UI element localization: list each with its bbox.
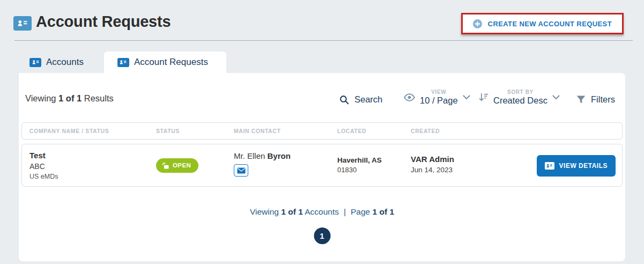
email-contact-button[interactable] — [234, 164, 248, 177]
filter-icon — [576, 96, 586, 104]
view-value: 10 / Page — [420, 96, 458, 106]
chevron-down-icon — [552, 95, 560, 100]
tab-accounts[interactable]: Accounts — [19, 52, 97, 73]
column-header-status: STATUS — [156, 128, 234, 134]
tab-accounts-label: Accounts — [46, 57, 84, 68]
created-by: VAR Admin — [411, 154, 550, 165]
search-icon — [339, 95, 349, 105]
view-per-page-dropdown[interactable]: VIEW 10 / Page — [404, 89, 470, 105]
company-line2: ABC — [29, 161, 156, 172]
search-button[interactable]: Search — [339, 94, 382, 105]
account-requests-icon — [13, 16, 32, 31]
table-row: Test ABC US eMDs OPEN Mr. Ellen Byron — [21, 144, 623, 187]
company-cell: Test ABC US eMDs — [29, 144, 156, 186]
page-count: 1 of 1 — [373, 207, 394, 216]
sort-by-value: SORT BY Created Desc — [493, 89, 547, 105]
results-count: 1 of 1 — [58, 93, 82, 103]
eye-icon — [404, 93, 415, 101]
header-divider — [14, 40, 633, 41]
status-badge-label: OPEN — [173, 162, 191, 168]
created-cell: VAR Admin Jun 14, 2023 — [411, 144, 550, 186]
page-header: Account Requests CREATE NEW ACCOUNT REQU… — [0, 0, 644, 41]
lock-open-icon — [162, 162, 169, 169]
view-details-label: VIEW DETAILS — [559, 162, 608, 170]
sort-icon — [479, 93, 488, 102]
contact-last-name: Byron — [268, 151, 291, 160]
status-cell: OPEN — [156, 144, 234, 186]
filters-button[interactable]: Filters — [576, 94, 615, 105]
id-card-icon — [117, 58, 129, 67]
chevron-down-icon — [463, 95, 470, 100]
column-header-created: CREATED — [411, 128, 550, 134]
plus-circle-icon — [473, 19, 482, 28]
accounts-count: 1 of 1 — [281, 207, 302, 216]
account-requests-panel: Viewing 1 of 1 Results Search VIEW 10 / … — [19, 73, 625, 261]
id-card-icon — [29, 58, 41, 67]
status-badge: OPEN — [156, 158, 198, 173]
sort-by-dropdown[interactable]: SORT BY Created Desc — [479, 89, 560, 105]
filters-label: Filters — [591, 94, 615, 105]
create-new-account-request-button[interactable]: CREATE NEW ACCOUNT REQUEST — [461, 13, 624, 34]
tab-account-requests-label: Account Requests — [134, 57, 208, 68]
column-header-company: COMPANY NAME / STATUS — [29, 128, 156, 134]
tab-account-requests[interactable]: Account Requests — [104, 52, 226, 73]
view-details-button[interactable]: VIEW DETAILS — [537, 155, 616, 177]
column-header-located: LOCATED — [337, 128, 411, 134]
summary-separator: | — [344, 207, 346, 216]
view-per-page-value: VIEW 10 / Page — [420, 89, 458, 105]
results-summary: Viewing 1 of 1 Results — [25, 93, 114, 104]
sort-by-label: SORT BY — [507, 89, 534, 96]
search-label: Search — [354, 94, 382, 105]
pagination-summary: Viewing 1 of 1 Accounts|Page 1 of 1 — [19, 207, 625, 217]
create-button-label: CREATE NEW ACCOUNT REQUEST — [488, 20, 612, 28]
envelope-icon — [237, 167, 246, 174]
company-line3: US eMDs — [29, 172, 156, 181]
contact-name: Mr. Ellen Byron — [234, 151, 337, 160]
view-label: VIEW — [431, 89, 446, 96]
id-card-icon — [545, 162, 554, 170]
sort-value: Created Desc — [493, 96, 547, 106]
table-header: COMPANY NAME / STATUS STATUS MAIN CONTAC… — [21, 122, 623, 140]
main-contact-cell: Mr. Ellen Byron — [234, 144, 337, 186]
page-1-button[interactable]: 1 — [314, 228, 330, 244]
located-zip: 01830 — [337, 165, 411, 175]
located-cell: Haverhill, AS 01830 — [337, 144, 411, 186]
located-city: Haverhill, AS — [337, 156, 411, 165]
company-name: Test — [29, 150, 156, 161]
tab-bar: Accounts Account Requests — [19, 52, 226, 73]
created-date: Jun 14, 2023 — [411, 165, 550, 175]
id-card-glyph — [17, 19, 28, 28]
page-title: Account Requests — [36, 13, 171, 31]
column-header-main-contact: MAIN CONTACT — [234, 128, 337, 134]
